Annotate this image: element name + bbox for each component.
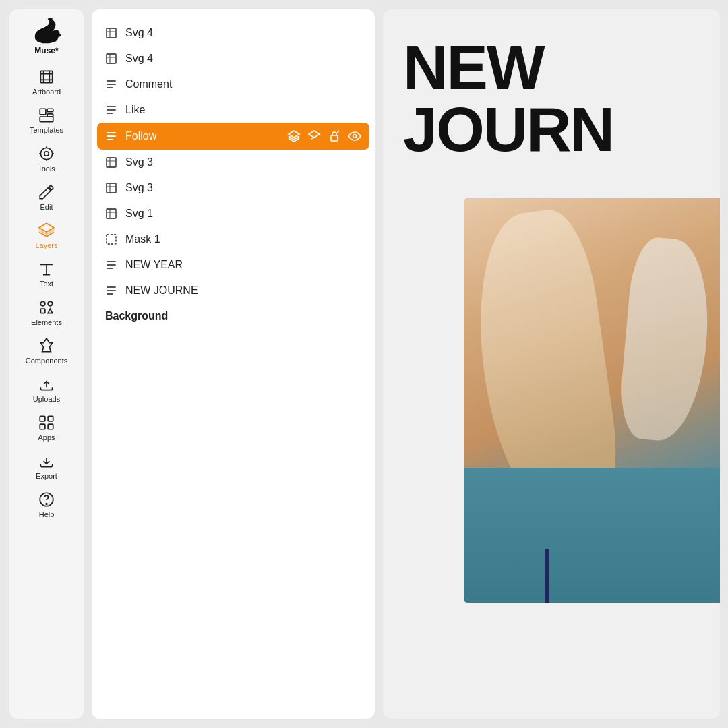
tools-icon (38, 145, 55, 162)
sidebar-item-elements[interactable]: Elements (17, 294, 76, 331)
layer-label-svg4-1: Svg 4 (125, 27, 153, 39)
apps-icon (38, 414, 55, 431)
sidebar: Muse* Artboard Templates (9, 9, 84, 719)
svg-rect-23 (48, 424, 53, 429)
sidebar-item-components[interactable]: Components (17, 332, 76, 369)
svg-point-25 (46, 504, 47, 505)
svg-rect-46 (107, 235, 116, 244)
sidebar-templates-label: Templates (30, 126, 63, 134)
canvas-area[interactable]: NEW JOURN (383, 9, 720, 719)
sidebar-tools-label: Tools (38, 164, 55, 173)
layers-panel: Svg 4 Svg 4 Comment Like Follow (92, 9, 375, 719)
frame-icon-svg1 (105, 208, 117, 220)
svg-rect-43 (107, 209, 116, 218)
svg-rect-37 (107, 158, 116, 167)
svg-line-35 (337, 131, 339, 133)
canvas-title: NEW JOURN (403, 36, 700, 160)
layer-label-svg3-1: Svg 3 (125, 156, 153, 169)
layer-item-svg1[interactable]: Svg 1 (92, 201, 375, 226)
component-action-icon[interactable] (287, 129, 301, 143)
layer-label-like: Like (125, 104, 145, 116)
sidebar-edit-label: Edit (40, 203, 53, 211)
sidebar-item-help[interactable]: Help (17, 486, 76, 523)
sidebar-item-layers[interactable]: Layers (17, 217, 76, 254)
svg-rect-40 (107, 183, 116, 193)
app-name: Muse* (34, 46, 58, 55)
layer-label-svg3-2: Svg 3 (125, 182, 153, 194)
sidebar-item-export[interactable]: Export (17, 448, 76, 485)
layer-label-svg1: Svg 1 (125, 208, 153, 220)
layer-label-new-journe: NEW JOURNE (125, 284, 198, 297)
svg-marker-32 (309, 131, 320, 138)
help-icon (38, 491, 55, 508)
layer-item-new-journe[interactable]: NEW JOURNE (92, 278, 375, 303)
teal-bg (464, 468, 720, 603)
text-icon (38, 260, 55, 278)
sidebar-item-edit[interactable]: Edit (17, 179, 76, 216)
components-icon (38, 337, 55, 355)
layer-item-svg3-2[interactable]: Svg 3 (92, 175, 375, 201)
svg-point-16 (40, 301, 45, 306)
svg-point-9 (40, 148, 52, 159)
canvas-image-inner (464, 198, 720, 603)
sidebar-item-text[interactable]: Text (17, 255, 76, 293)
frame-icon-svg3-1 (105, 156, 117, 169)
text-layer-icon-like (105, 104, 117, 116)
arm-shape-2 (617, 235, 715, 444)
layer-item-mask1[interactable]: Mask 1 (92, 226, 375, 252)
sidebar-item-templates[interactable]: Templates (17, 102, 76, 139)
layer-item-svg3-1[interactable]: Svg 3 (92, 150, 375, 175)
background-group: Background (92, 303, 375, 329)
svg-rect-18 (40, 309, 45, 313)
sidebar-item-tools[interactable]: Tools (17, 140, 76, 177)
sidebar-export-label: Export (36, 472, 57, 480)
svg-rect-22 (40, 424, 45, 429)
svg-rect-8 (40, 117, 53, 122)
sidebar-item-uploads[interactable]: Uploads (17, 371, 76, 408)
layer-item-new-year[interactable]: NEW YEAR (92, 252, 375, 278)
svg-point-10 (44, 152, 49, 156)
layer-label-new-year: NEW YEAR (125, 259, 183, 271)
app-logo[interactable]: Muse* (29, 18, 64, 55)
sidebar-layers-label: Layers (35, 241, 57, 249)
svg-rect-34 (331, 135, 338, 141)
layer-label-follow: Follow (125, 130, 156, 142)
sidebar-item-apps[interactable]: Apps (17, 409, 76, 446)
text-layer-icon-follow (105, 130, 117, 142)
svg-point-36 (353, 135, 357, 138)
artboard-icon (38, 68, 55, 86)
layer-item-svg4-2[interactable]: Svg 4 (92, 46, 375, 71)
svg-rect-20 (40, 416, 45, 421)
svg-rect-6 (47, 109, 53, 111)
layer-label-svg4-2: Svg 4 (125, 53, 153, 65)
text-layer-icon-new-year (105, 259, 117, 271)
layer-item-follow[interactable]: Follow (97, 123, 369, 150)
sidebar-help-label: Help (39, 510, 55, 518)
canvas-title-line2: JOURN (403, 98, 700, 160)
sidebar-text-label: Text (40, 280, 53, 288)
sidebar-components-label: Components (26, 357, 67, 365)
lock-action-icon[interactable] (328, 129, 341, 143)
sidebar-uploads-label: Uploads (33, 395, 60, 403)
detach-action-icon[interactable] (307, 129, 321, 143)
svg-point-17 (48, 301, 53, 306)
layers-icon (38, 222, 55, 239)
canvas-content: NEW JOURN (383, 9, 720, 719)
layer-label-comment: Comment (125, 78, 172, 90)
sidebar-item-artboard[interactable]: Artboard (17, 63, 76, 100)
svg-rect-0 (40, 71, 52, 82)
canvas-title-line1: NEW (403, 36, 700, 98)
sidebar-elements-label: Elements (31, 318, 62, 326)
layer-item-like[interactable]: Like (92, 97, 375, 123)
mask-icon (105, 233, 117, 245)
layer-item-comment[interactable]: Comment (92, 71, 375, 97)
visibility-action-icon[interactable] (348, 129, 361, 143)
layer-action-buttons (287, 129, 361, 143)
svg-rect-29 (107, 54, 116, 63)
templates-icon (38, 107, 55, 124)
sidebar-artboard-label: Artboard (32, 88, 61, 96)
frame-icon-svg3-2 (105, 182, 117, 194)
layer-item-svg4-1[interactable]: Svg 4 (92, 20, 375, 46)
edit-icon (38, 183, 55, 201)
svg-rect-5 (40, 109, 46, 115)
